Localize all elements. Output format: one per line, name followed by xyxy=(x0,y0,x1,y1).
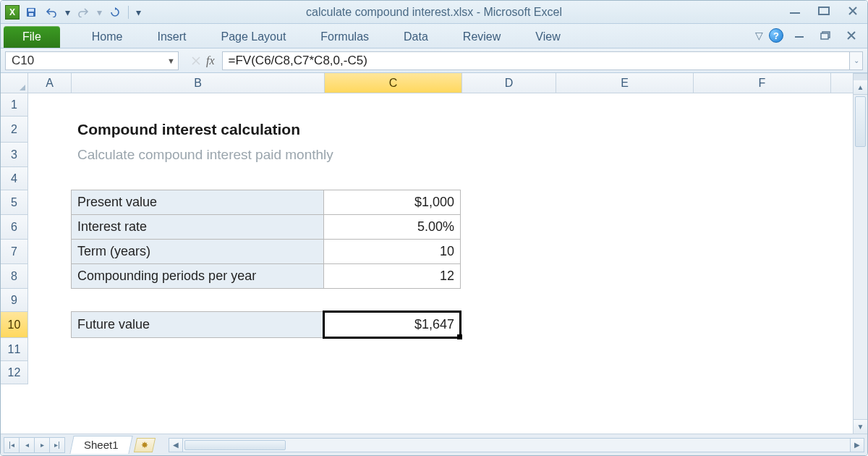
cell-f7[interactable] xyxy=(692,240,830,264)
minimize-button[interactable] xyxy=(785,4,805,18)
cell-a5[interactable] xyxy=(28,190,72,215)
cell-d9[interactable] xyxy=(462,289,556,312)
col-header-b[interactable]: B xyxy=(72,73,325,93)
cell-b7[interactable]: Term (years) xyxy=(71,239,324,264)
cell-b4[interactable] xyxy=(72,167,325,190)
ribbon-minimize-icon[interactable]: ▽ xyxy=(755,30,763,41)
col-header-d[interactable]: D xyxy=(462,73,556,93)
cell-e10[interactable] xyxy=(555,312,692,338)
col-header-a[interactable]: A xyxy=(28,73,72,93)
fill-handle[interactable] xyxy=(457,334,462,339)
cell-a11[interactable] xyxy=(28,338,72,361)
workbook-close[interactable] xyxy=(841,28,861,43)
cell-a3[interactable] xyxy=(28,143,72,167)
cell-f5[interactable] xyxy=(692,190,830,215)
cell-e12[interactable] xyxy=(556,361,694,384)
row-header-4[interactable]: 4 xyxy=(1,167,28,190)
col-header-e[interactable]: E xyxy=(556,73,694,93)
tab-view[interactable]: View xyxy=(518,26,577,48)
name-box-dropdown-icon[interactable]: ▼ xyxy=(167,56,175,65)
redo-button[interactable] xyxy=(75,4,92,20)
cell-d10[interactable] xyxy=(461,312,555,338)
cell-b8[interactable]: Compounding periods per year xyxy=(71,263,324,289)
qat-customize[interactable]: ▾ xyxy=(133,4,143,20)
sheet-nav-next[interactable]: ▸ xyxy=(34,437,50,453)
formula-input[interactable]: =FV(C6/C8,C7*C8,0,-C5) xyxy=(222,51,850,70)
cell-c12[interactable] xyxy=(325,361,462,384)
cancel-icon[interactable] xyxy=(190,55,202,67)
tab-data[interactable]: Data xyxy=(386,26,446,48)
sheet-nav-prev[interactable]: ◂ xyxy=(19,437,35,453)
row-header-6[interactable]: 6 xyxy=(1,215,28,240)
row-header-10[interactable]: 10 xyxy=(1,312,28,338)
cell-c4[interactable] xyxy=(325,167,462,190)
cell-d7[interactable] xyxy=(461,240,555,264)
scroll-down-button[interactable]: ▼ xyxy=(854,419,867,434)
name-box[interactable]: C10 ▼ xyxy=(5,51,179,70)
cell-e11[interactable] xyxy=(556,338,694,361)
select-all-corner[interactable] xyxy=(1,73,28,93)
cell-d11[interactable] xyxy=(462,338,556,361)
horizontal-scrollbar[interactable]: ◀ ▶ xyxy=(169,438,864,452)
cell-c10[interactable]: $1,647 xyxy=(323,311,461,338)
sheet-tab-sheet1[interactable]: Sheet1 xyxy=(69,436,132,454)
col-header-f[interactable]: F xyxy=(694,73,831,93)
tab-insert[interactable]: Insert xyxy=(140,26,203,48)
cell-b6[interactable]: Interest rate xyxy=(71,214,324,240)
cell-f11[interactable] xyxy=(694,338,831,361)
cell-b10[interactable]: Future value xyxy=(71,311,324,338)
cell-e8[interactable] xyxy=(555,264,692,289)
cell-e5[interactable] xyxy=(555,190,692,215)
scroll-left-button[interactable]: ◀ xyxy=(169,438,183,452)
cell-d6[interactable] xyxy=(461,215,555,240)
row-header-3[interactable]: 3 xyxy=(1,143,28,167)
redo-dropdown[interactable]: ▾ xyxy=(95,4,103,20)
cell-c8[interactable]: 12 xyxy=(323,263,461,289)
fx-icon[interactable]: fx xyxy=(206,54,215,67)
save-button[interactable] xyxy=(22,4,40,20)
cell-c11[interactable] xyxy=(325,338,462,361)
tab-page-layout[interactable]: Page Layout xyxy=(203,26,303,48)
cell-b1[interactable] xyxy=(72,93,325,117)
cell-f8[interactable] xyxy=(692,264,830,289)
undo-dropdown[interactable]: ▾ xyxy=(63,4,72,20)
cell-e1[interactable] xyxy=(556,93,694,117)
row-header-12[interactable]: 12 xyxy=(1,361,28,384)
cell-b3[interactable]: Calculate compound interest paid monthly xyxy=(72,143,694,167)
file-tab[interactable]: File xyxy=(4,26,60,48)
cell-c1[interactable] xyxy=(325,93,462,117)
cell-a6[interactable] xyxy=(28,215,72,240)
cell-d5[interactable] xyxy=(461,190,555,215)
hscroll-thumb[interactable] xyxy=(184,440,286,450)
cell-f6[interactable] xyxy=(692,215,830,240)
cell-b5[interactable]: Present value xyxy=(71,190,324,215)
scroll-up-button[interactable]: ▲ xyxy=(854,80,867,95)
sheet-nav-first[interactable]: |◂ xyxy=(4,437,20,453)
cell-d4[interactable] xyxy=(462,167,556,190)
col-header-c[interactable]: C xyxy=(325,73,462,93)
workbook-restore[interactable] xyxy=(815,28,835,43)
row-header-5[interactable]: 5 xyxy=(1,190,28,215)
tab-review[interactable]: Review xyxy=(446,26,518,48)
cell-b9[interactable] xyxy=(72,289,325,312)
cell-d8[interactable] xyxy=(461,264,555,289)
close-button[interactable] xyxy=(843,4,863,18)
cell-e4[interactable] xyxy=(556,167,694,190)
cell-a12[interactable] xyxy=(28,361,72,384)
cell-b2[interactable]: Compound interest calculation xyxy=(72,117,694,143)
undo-button[interactable] xyxy=(43,4,60,20)
cell-f4[interactable] xyxy=(694,167,831,190)
cell-d12[interactable] xyxy=(462,361,556,384)
cell-a4[interactable] xyxy=(28,167,72,190)
repeat-button[interactable] xyxy=(106,4,124,20)
formula-expand-icon[interactable]: ⌄ xyxy=(850,51,863,70)
cell-f1[interactable] xyxy=(694,93,831,117)
cell-e7[interactable] xyxy=(555,240,692,264)
tab-home[interactable]: Home xyxy=(75,26,140,48)
cell-a7[interactable] xyxy=(28,240,72,264)
cell-a10[interactable] xyxy=(28,312,72,338)
cell-c9[interactable] xyxy=(325,289,462,312)
cell-a8[interactable] xyxy=(28,264,72,289)
cell-f10[interactable] xyxy=(692,312,830,338)
row-header-11[interactable]: 11 xyxy=(1,338,28,361)
